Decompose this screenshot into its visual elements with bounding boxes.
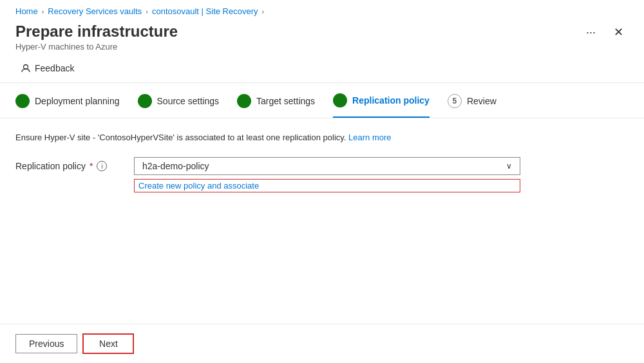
- replication-policy-row: Replication policy * i h2a-demo-policy ∨…: [15, 157, 629, 192]
- page-subtitle: Hyper-V machines to Azure: [15, 42, 178, 51]
- replication-policy-dropdown[interactable]: h2a-demo-policy ∨: [134, 157, 520, 175]
- info-text: Ensure Hyper-V site - 'ContosoHyperVSite…: [15, 131, 629, 144]
- breadcrumb-vaults[interactable]: Recovery Services vaults: [48, 6, 142, 16]
- feedback-row: Feedback: [0, 57, 644, 82]
- step-5-label: Review: [467, 96, 497, 106]
- step-2-label: Source settings: [157, 96, 220, 106]
- close-button[interactable]: ✕: [609, 23, 629, 42]
- page-header: Prepare infrastructure Hyper-V machines …: [0, 20, 644, 57]
- step-deployment-planning[interactable]: ✓ Deployment planning: [15, 94, 120, 117]
- step-replication-policy[interactable]: ✓ Replication policy: [333, 93, 430, 118]
- step-4-label: Replication policy: [352, 95, 430, 106]
- breadcrumb-sep-1: ›: [42, 8, 44, 15]
- form-control-col: h2a-demo-policy ∨ Create new policy and …: [134, 157, 520, 192]
- breadcrumb-home[interactable]: Home: [15, 6, 38, 16]
- feedback-button[interactable]: Feedback: [15, 60, 79, 76]
- dropdown-arrow-icon: ∨: [506, 162, 512, 171]
- create-new-policy-link[interactable]: Create new policy and associate: [134, 179, 520, 192]
- step-1-label: Deployment planning: [35, 96, 120, 106]
- feedback-icon: [21, 63, 31, 73]
- step-3-checkmark: ✓: [237, 94, 251, 108]
- main-content: Ensure Hyper-V site - 'ContosoHyperVSite…: [0, 118, 644, 213]
- breadcrumb-sep-3: ›: [262, 8, 265, 15]
- feedback-label: Feedback: [35, 63, 74, 73]
- footer: Previous Next: [0, 324, 644, 363]
- dropdown-value: h2a-demo-policy: [142, 161, 209, 171]
- step-review[interactable]: 5 Review: [448, 94, 497, 117]
- breadcrumb-site-recovery[interactable]: contosovault | Site Recovery: [152, 6, 258, 16]
- info-text-prefix: Ensure Hyper-V site - 'ContosoHyperVSite…: [15, 133, 346, 142]
- step-4-checkmark: ✓: [333, 93, 347, 107]
- header-left: Prepare infrastructure Hyper-V machines …: [15, 23, 178, 51]
- required-marker: *: [90, 161, 93, 171]
- page-title: Prepare infrastructure: [15, 23, 178, 41]
- breadcrumb-sep-2: ›: [146, 8, 148, 15]
- step-source-settings[interactable]: ✓ Source settings: [138, 94, 220, 117]
- field-label-text: Replication policy: [15, 161, 86, 171]
- step-3-label: Target settings: [256, 96, 315, 106]
- header-actions: ··· ✕: [581, 23, 629, 42]
- step-2-checkmark: ✓: [138, 94, 152, 108]
- learn-more-link[interactable]: Learn more: [348, 133, 391, 142]
- previous-button[interactable]: Previous: [15, 334, 77, 353]
- step-5-number: 5: [448, 94, 462, 108]
- step-target-settings[interactable]: ✓ Target settings: [237, 94, 315, 117]
- steps-bar: ✓ Deployment planning ✓ Source settings …: [0, 83, 644, 118]
- form-label-replication-policy: Replication policy * i: [15, 157, 118, 171]
- info-tooltip-icon[interactable]: i: [97, 161, 107, 171]
- step-1-checkmark: ✓: [15, 94, 30, 108]
- breadcrumb: Home › Recovery Services vaults › contos…: [0, 0, 644, 20]
- more-options-button[interactable]: ···: [581, 23, 601, 42]
- next-button[interactable]: Next: [82, 333, 134, 354]
